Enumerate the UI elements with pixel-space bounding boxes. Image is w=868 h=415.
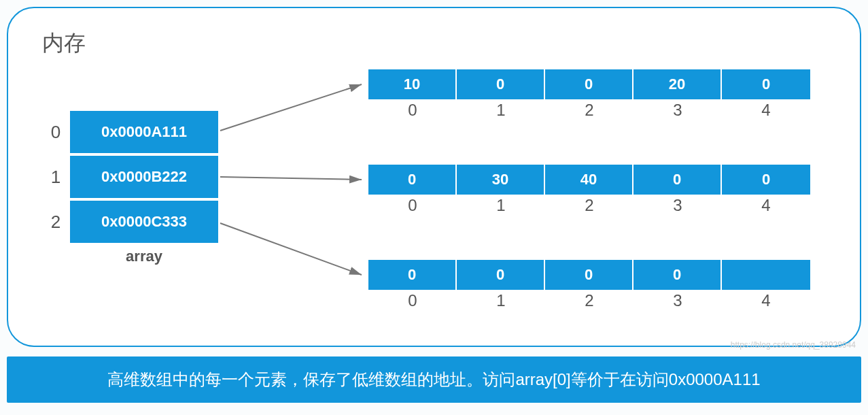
pointer-index: 1 bbox=[42, 167, 69, 188]
value-cell: 0 bbox=[457, 260, 545, 290]
memory-diagram: 内存 0 0x0000A111 1 0x0000B222 2 0x0000C33… bbox=[7, 7, 861, 347]
pointer-row: 1 0x0000B222 bbox=[42, 155, 219, 199]
diagram-title: 内存 bbox=[42, 29, 833, 59]
pointer-row: 0 0x0000A111 bbox=[42, 110, 219, 154]
pointer-cell: 0x0000A111 bbox=[69, 110, 219, 154]
value-cell: 0 bbox=[368, 260, 457, 290]
value-row: 0 0 0 0 bbox=[368, 260, 810, 290]
index-row: 0 1 2 3 4 bbox=[368, 101, 810, 120]
value-cell: 30 bbox=[457, 165, 545, 195]
pointer-cell: 0x0000C333 bbox=[69, 200, 219, 244]
pointer-row: 2 0x0000C333 bbox=[42, 200, 219, 244]
value-cell: 0 bbox=[722, 69, 810, 99]
index-cell: 3 bbox=[633, 196, 722, 215]
value-row: 0 30 40 0 0 bbox=[368, 165, 810, 195]
index-row: 0 1 2 3 4 bbox=[368, 196, 810, 215]
pointer-cell: 0x0000B222 bbox=[69, 155, 219, 199]
index-cell: 2 bbox=[545, 291, 633, 310]
index-cell: 4 bbox=[722, 101, 810, 120]
value-cell bbox=[722, 260, 810, 290]
arrow-icon bbox=[220, 84, 362, 131]
value-cell: 0 bbox=[545, 260, 633, 290]
index-cell: 0 bbox=[368, 291, 457, 310]
pointer-index: 2 bbox=[42, 212, 69, 233]
arrow-icon bbox=[220, 177, 362, 180]
value-cell: 0 bbox=[368, 165, 457, 195]
arrow-icon bbox=[220, 223, 362, 275]
value-cell: 0 bbox=[545, 69, 633, 99]
index-cell: 2 bbox=[545, 101, 633, 120]
footer-caption: 高维数组中的每一个元素，保存了低维数组的地址。访问array[0]等价于在访问0… bbox=[7, 356, 861, 403]
value-cell: 0 bbox=[722, 165, 810, 195]
value-cell: 0 bbox=[633, 260, 722, 290]
index-cell: 3 bbox=[633, 101, 722, 120]
index-row: 0 1 2 3 4 bbox=[368, 291, 810, 310]
value-cell: 0 bbox=[457, 69, 545, 99]
index-cell: 3 bbox=[633, 291, 722, 310]
index-cell: 0 bbox=[368, 196, 457, 215]
value-cell: 40 bbox=[545, 165, 633, 195]
pointer-table: 0 0x0000A111 1 0x0000B222 2 0x0000C333 a… bbox=[42, 110, 219, 265]
value-cell: 10 bbox=[368, 69, 457, 99]
index-cell: 0 bbox=[368, 101, 457, 120]
index-cell: 4 bbox=[722, 196, 810, 215]
pointer-index: 0 bbox=[42, 122, 69, 143]
index-cell: 2 bbox=[545, 196, 633, 215]
index-cell: 4 bbox=[722, 291, 810, 310]
index-cell: 1 bbox=[457, 101, 545, 120]
value-row: 10 0 0 20 0 bbox=[368, 69, 810, 99]
value-cell: 0 bbox=[633, 165, 722, 195]
value-cell: 20 bbox=[633, 69, 722, 99]
index-cell: 1 bbox=[457, 196, 545, 215]
index-cell: 1 bbox=[457, 291, 545, 310]
pointer-table-label: array bbox=[69, 248, 219, 265]
watermark: https://blog.csdn.net/qq_38928944 bbox=[731, 340, 856, 350]
